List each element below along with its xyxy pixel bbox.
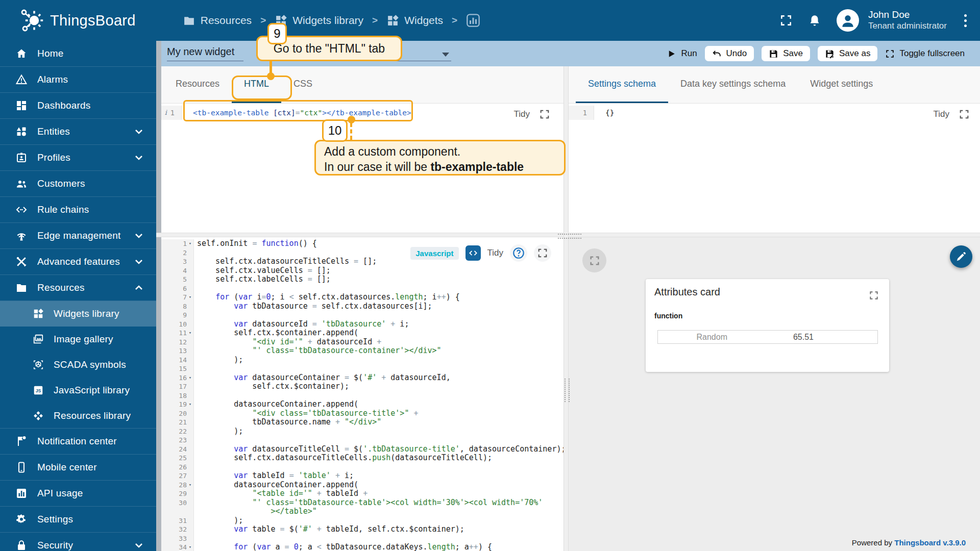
kebab-menu-icon[interactable] bbox=[962, 12, 969, 29]
js-code-editor[interactable]: 1▾self.onInit = function() {23 self.ctx.… bbox=[156, 237, 564, 551]
widget-editor-page: ThingsBoard Resources>Widgets library>Wi… bbox=[0, 0, 980, 551]
content-scrollbar[interactable] bbox=[156, 41, 161, 551]
sidebar-item-dashboards[interactable]: Dashboards bbox=[0, 93, 156, 119]
splitter-handle[interactable] bbox=[558, 234, 581, 239]
play-icon bbox=[667, 49, 676, 59]
cube-icon bbox=[33, 359, 44, 370]
diamonds-icon bbox=[33, 410, 44, 421]
splitter-handle[interactable] bbox=[565, 379, 570, 402]
sidebar-item-edge-management[interactable]: Edge management bbox=[0, 223, 156, 249]
tab-resources[interactable]: Resources bbox=[163, 66, 232, 103]
editor-fullscreen-icon[interactable] bbox=[959, 109, 970, 120]
sidebar-item-advanced-features[interactable]: Advanced features bbox=[0, 249, 156, 275]
sidebar-item-alarms[interactable]: Alarms bbox=[0, 67, 156, 93]
sidebar-item-rule-chains[interactable]: Rule chains bbox=[0, 197, 156, 223]
html-code-editor[interactable]: i1<tb-example-table [ctx]="ctx"></tb-exa… bbox=[156, 104, 564, 234]
tab-html[interactable]: HTML bbox=[232, 66, 281, 103]
breadcrumb-item-widget-type[interactable] bbox=[466, 13, 480, 28]
tidy-button[interactable]: Tidy bbox=[514, 109, 530, 119]
edit-widget-fab[interactable] bbox=[950, 245, 972, 268]
save-button[interactable]: Save bbox=[762, 46, 810, 61]
fullscreen-icon bbox=[589, 255, 600, 266]
editor-fullscreen-button[interactable] bbox=[534, 244, 551, 262]
sidebar-item-entities[interactable]: Entities bbox=[0, 119, 156, 145]
sidebar-item-customers[interactable]: Customers bbox=[0, 171, 156, 197]
code-line: i1<tb-example-table [ctx]="ctx"></tb-exa… bbox=[156, 106, 564, 120]
code-line: 32 var table = $('#' + tableId, self.ctx… bbox=[156, 525, 564, 534]
tab-settings-schema[interactable]: Settings schema bbox=[576, 66, 668, 103]
sidebar-item-label: Dashboards bbox=[37, 100, 90, 111]
widget-title-input[interactable]: My new widget bbox=[167, 46, 243, 61]
sidebar-item-resources-library[interactable]: Resources library bbox=[0, 403, 156, 429]
vertical-splitter[interactable] bbox=[564, 66, 569, 551]
html-editor-panel: ResourcesHTMLCSS i1<tb-example-table [ct… bbox=[156, 66, 564, 233]
tidy-button[interactable]: Tidy bbox=[487, 248, 504, 258]
code-line: 6 bbox=[156, 284, 564, 293]
tab-css[interactable]: CSS bbox=[281, 66, 325, 103]
breadcrumb-separator: > bbox=[452, 15, 457, 26]
code-line: 31 ); bbox=[156, 516, 564, 525]
undo-icon bbox=[712, 49, 722, 59]
breadcrumb-item-widgets[interactable]: Widgets bbox=[386, 14, 443, 27]
breadcrumb-item-resources[interactable]: Resources bbox=[183, 14, 252, 27]
thingsboard-version-link[interactable]: Thingsboard v.3.9.0 bbox=[894, 538, 966, 547]
sidebar-item-label: Settings bbox=[37, 514, 73, 525]
toggle-fullscreen-label: Toggle fullscreen bbox=[899, 48, 965, 59]
sidebar-item-resources[interactable]: Resources bbox=[0, 275, 156, 301]
save-as-button[interactable]: Save as bbox=[818, 46, 877, 61]
avatar[interactable] bbox=[837, 9, 859, 32]
sidebar-item-mobile-center[interactable]: Mobile center bbox=[0, 455, 156, 481]
sidebar-item-api-usage[interactable]: API usage bbox=[0, 481, 156, 507]
sidebar-item-javascript-library[interactable]: JSJavaScript library bbox=[0, 378, 156, 403]
tab-widget-settings[interactable]: Widget settings bbox=[798, 66, 885, 103]
user-name: John Doe bbox=[868, 9, 947, 21]
sidebar-item-widgets-library[interactable]: Widgets library bbox=[0, 301, 156, 327]
attribute-row: Random 65.51 bbox=[657, 330, 878, 344]
run-button[interactable]: Run bbox=[667, 48, 697, 59]
fullscreen-icon[interactable] bbox=[779, 14, 793, 27]
sidebar-item-scada-symbols[interactable]: SCADA symbols bbox=[0, 352, 156, 378]
tab-data-key-settings-schema[interactable]: Data key settings schema bbox=[668, 66, 798, 103]
code-brackets-icon bbox=[15, 204, 28, 216]
sidebar-item-label: SCADA symbols bbox=[54, 359, 126, 370]
code-line: 24 var datasourceTitleCell = $('.tbDatas… bbox=[156, 445, 564, 454]
code-line: 4 self.ctx.valueCells = []; bbox=[156, 266, 564, 276]
app-logo[interactable]: ThingsBoard bbox=[20, 8, 136, 33]
breadcrumb-item-widgets-library[interactable]: Widgets library bbox=[275, 14, 363, 27]
sidebar-item-profiles[interactable]: Profiles bbox=[0, 145, 156, 171]
sidebar-item-image-gallery[interactable]: Image gallery bbox=[0, 327, 156, 352]
widget-type-select[interactable]: Latest values bbox=[334, 46, 451, 61]
undo-button[interactable]: Undo bbox=[705, 46, 754, 61]
user-person-icon bbox=[839, 12, 856, 29]
code-line: 16▾ var datasourceContainer = $('#' + da… bbox=[156, 373, 564, 383]
code-toggle-button[interactable] bbox=[465, 245, 481, 261]
html-editor-tabbar: ResourcesHTMLCSS bbox=[156, 66, 564, 104]
sidebar-item-home[interactable]: Home bbox=[0, 41, 156, 67]
sidebar-item-settings[interactable]: Settings bbox=[0, 507, 156, 533]
schema-code-editor[interactable]: 1{} bbox=[569, 104, 980, 234]
sidebar-item-label: Mobile center bbox=[37, 462, 97, 473]
sidebar-item-label: Entities bbox=[37, 126, 70, 137]
thingsboard-logo-icon bbox=[20, 8, 45, 33]
editor-fullscreen-icon[interactable] bbox=[539, 109, 550, 120]
tab-label: HTML bbox=[244, 79, 269, 89]
pencil-icon bbox=[955, 251, 967, 262]
widget-type-value: Latest values bbox=[334, 46, 394, 57]
tidy-button[interactable]: Tidy bbox=[934, 109, 950, 119]
sidebar-item-security[interactable]: Security bbox=[0, 533, 156, 551]
sidebar-item-notification-center[interactable]: Notification center bbox=[0, 429, 156, 455]
help-button[interactable] bbox=[510, 244, 527, 262]
preview-fullscreen-button[interactable] bbox=[582, 248, 606, 272]
code-line: 26 bbox=[156, 463, 564, 472]
card-fullscreen-icon[interactable] bbox=[869, 290, 879, 300]
toggle-fullscreen-button[interactable]: Toggle fullscreen bbox=[885, 48, 965, 59]
save-as-icon bbox=[825, 49, 835, 59]
sidebar-item-label: Notification center bbox=[37, 436, 117, 447]
notifications-bell-icon[interactable] bbox=[808, 14, 821, 27]
sidebar: HomeAlarmsDashboardsEntitiesProfilesCust… bbox=[0, 41, 156, 551]
badge-icon bbox=[15, 152, 28, 164]
sidebar-item-label: JavaScript library bbox=[54, 385, 130, 396]
tools-icon bbox=[15, 256, 28, 268]
user-info: John Doe Tenant administrator bbox=[868, 9, 947, 31]
code-line: 12 "<div id='" + datasourceId + bbox=[156, 338, 564, 347]
